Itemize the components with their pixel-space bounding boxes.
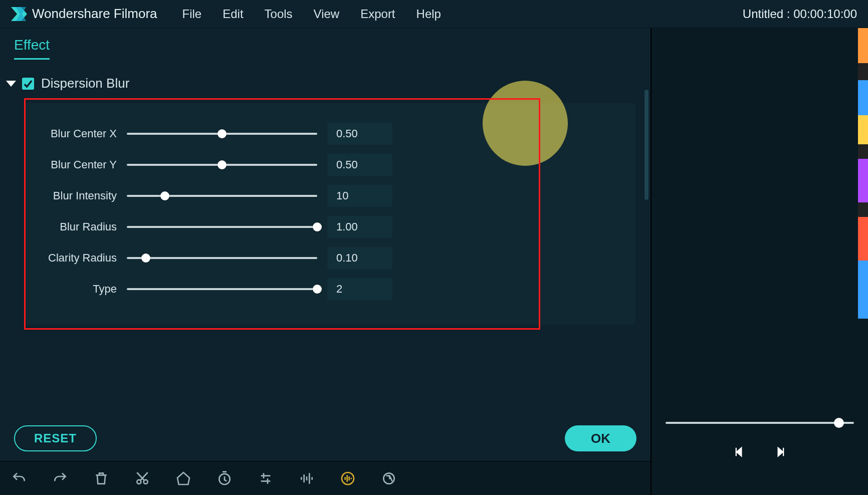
effect-body: Dispersion Blur Blur Center X 0.50 Blur …	[0, 60, 650, 416]
section-title: Dispersion Blur	[41, 76, 129, 91]
param-blur-center-y: Blur Center Y 0.50	[39, 149, 535, 180]
value-blur-radius[interactable]: 1.00	[327, 216, 392, 238]
delete-icon[interactable]	[92, 469, 110, 487]
reset-button[interactable]: RESET	[14, 425, 97, 451]
value-blur-intensity[interactable]: 10	[327, 185, 392, 207]
menu-export[interactable]: Export	[360, 7, 395, 21]
param-label: Type	[39, 283, 127, 296]
audio-bars-icon[interactable]	[298, 469, 316, 487]
param-label: Blur Radius	[39, 220, 127, 233]
section-header[interactable]: Dispersion Blur	[0, 60, 635, 103]
app-logo-icon	[11, 7, 27, 21]
param-blur-intensity: Blur Intensity 10	[39, 180, 535, 211]
tag-icon[interactable]	[174, 469, 192, 487]
param-label: Blur Center Y	[39, 158, 127, 171]
motion-tracking-icon[interactable]	[380, 469, 398, 487]
cut-icon[interactable]	[133, 469, 151, 487]
preview-zoom-slider[interactable]	[666, 422, 854, 424]
step-forward-icon[interactable]	[772, 445, 786, 461]
value-blur-center-y[interactable]: 0.50	[327, 154, 392, 176]
vertical-scrollbar[interactable]	[644, 90, 648, 200]
timeline-toolbar	[0, 461, 650, 495]
menu-bar: Wondershare Filmora File Edit Tools View…	[0, 0, 868, 28]
param-blur-radius: Blur Radius 1.00	[39, 211, 535, 242]
menu-items: File Edit Tools View Export Help	[182, 7, 441, 21]
slider-blur-center-y[interactable]	[127, 160, 317, 170]
project-title: Untitled : 00:00:10:00	[743, 7, 857, 21]
slider-blur-radius[interactable]	[127, 222, 317, 232]
menu-tools[interactable]: Tools	[265, 7, 293, 21]
menu-file[interactable]: File	[182, 7, 202, 21]
value-type[interactable]: 2	[327, 278, 392, 300]
action-row: RESET OK	[0, 416, 650, 461]
slider-type[interactable]	[127, 284, 317, 294]
tab-effect[interactable]: Effect	[14, 37, 50, 60]
value-clarity-radius[interactable]: 0.10	[327, 247, 392, 269]
preview-pane	[650, 28, 868, 495]
undo-icon[interactable]	[10, 469, 28, 487]
disclosure-triangle-icon[interactable]	[6, 81, 16, 87]
audio-enhance-icon[interactable]	[339, 469, 357, 487]
ok-button[interactable]: OK	[565, 425, 636, 451]
slider-blur-intensity[interactable]	[127, 191, 317, 201]
tab-row: Effect	[0, 28, 650, 60]
redo-icon[interactable]	[51, 469, 69, 487]
param-type: Type 2	[39, 274, 535, 305]
timer-icon[interactable]	[215, 469, 234, 487]
menu-edit[interactable]: Edit	[223, 7, 243, 21]
param-blur-center-x: Blur Center X 0.50	[39, 118, 535, 149]
param-panel: Blur Center X 0.50 Blur Center Y 0.50 Bl…	[24, 103, 635, 325]
app-title: Wondershare Filmora	[32, 6, 157, 22]
section-checkbox[interactable]	[22, 78, 34, 90]
play-controls	[652, 445, 868, 461]
param-label: Blur Center X	[39, 127, 127, 140]
step-back-icon[interactable]	[733, 445, 747, 461]
adjust-icon[interactable]	[257, 469, 275, 487]
menu-view[interactable]: View	[314, 7, 340, 21]
effect-pane: Effect Dispersion Blur Blur Center X	[0, 28, 650, 495]
menu-help[interactable]: Help	[416, 7, 441, 21]
preview-thumbnail-strip	[858, 28, 868, 319]
param-clarity-radius: Clarity Radius 0.10	[39, 242, 535, 274]
param-label: Blur Intensity	[39, 189, 127, 202]
value-blur-center-x[interactable]: 0.50	[327, 123, 392, 145]
slider-blur-center-x[interactable]	[127, 129, 317, 139]
param-label: Clarity Radius	[39, 252, 127, 265]
slider-clarity-radius[interactable]	[127, 253, 317, 263]
